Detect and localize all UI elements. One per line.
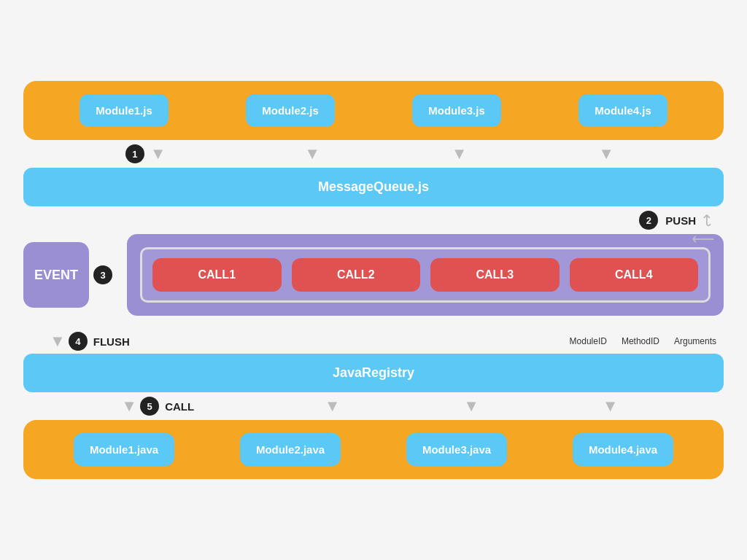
call-arrow-down-2: ▼ — [325, 398, 341, 414]
module3-java: Module3.java — [406, 433, 507, 466]
bottom-modules-container: Module1.java Module2.java Module3.java M… — [23, 420, 724, 479]
module1-js: Module1.js — [80, 94, 169, 127]
arrow-down-4: ▼ — [598, 146, 614, 162]
module2-java: Module2.java — [240, 433, 341, 466]
event-box: EVENT — [23, 242, 89, 308]
call1-box: CALL1 — [152, 258, 282, 292]
step1-badge: 1 — [125, 144, 144, 163]
module-id-label: ModuleID — [570, 336, 607, 346]
call3-box: CALL3 — [430, 258, 560, 292]
module4-java: Module4.java — [573, 433, 673, 466]
module1-java: Module1.java — [74, 433, 174, 466]
call-arrow-down-3: ▼ — [463, 398, 479, 414]
step3-badge: 3 — [93, 265, 112, 284]
push-curve-arrow: ⟵ — [692, 230, 715, 249]
top-modules-container: Module1.js Module2.js Module3.js Module4… — [23, 81, 724, 140]
call-arrow-down-4: ▼ — [603, 398, 619, 414]
call-items-row: CALL1 CALL2 CALL3 CALL4 — [140, 247, 711, 303]
module2-js: Module2.js — [246, 94, 335, 127]
flush-arrow-down: ▼ — [50, 333, 66, 349]
arrow-down-3: ▼ — [452, 146, 468, 162]
push-label: PUSH — [665, 214, 696, 227]
call-arrow-down-1: ▼ — [121, 398, 137, 414]
arrow-down-2: ▼ — [304, 146, 320, 162]
arrow-down-1: ▼ — [150, 146, 166, 162]
call-label: CALL — [165, 400, 194, 413]
step5-badge: 5 — [140, 397, 159, 416]
call4-box: CALL4 — [570, 258, 699, 292]
step4-badge: 4 — [69, 332, 88, 351]
java-registry-bar: JavaRegistry — [23, 354, 724, 392]
step2-badge: 2 — [639, 211, 658, 230]
module4-js: Module4.js — [578, 94, 667, 127]
method-id-label: MethodID — [622, 336, 659, 346]
arguments-label: Arguments — [674, 336, 716, 346]
message-queue-bar: MessageQueue.js — [23, 168, 724, 206]
module3-js: Module3.js — [412, 94, 501, 127]
queue-container: ⟵ CALL1 CALL2 CALL3 CALL4 ModuleID Metho… — [127, 234, 724, 316]
call2-box: CALL2 — [292, 258, 421, 292]
flush-label: FLUSH — [93, 335, 130, 348]
